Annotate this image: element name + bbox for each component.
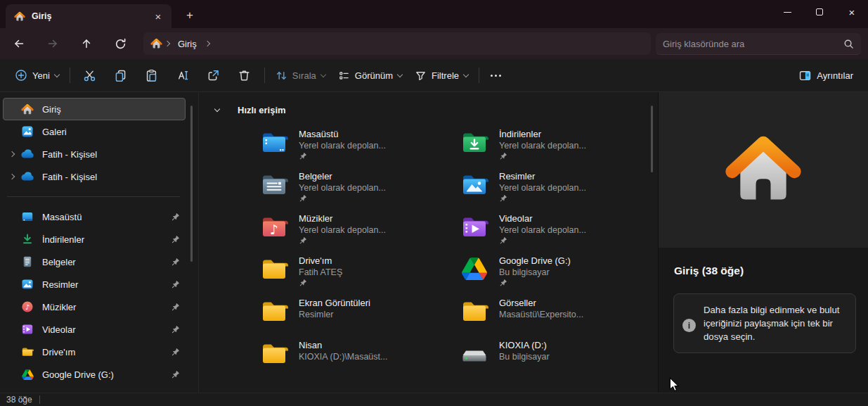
more-options-button[interactable] [484, 75, 508, 77]
copy-button[interactable] [105, 63, 136, 87]
sidebar-item-label: İndirilenler [42, 234, 168, 245]
details-preview [659, 92, 868, 248]
quick-access-grid: Masaüstü Yerel olarak depolan... İndiril… [260, 128, 661, 381]
forward-button[interactable] [42, 34, 63, 53]
refresh-button[interactable] [110, 34, 131, 53]
file-tile-google-drive[interactable]: Google Drive (G:) Bu bilgisayar [460, 255, 661, 297]
file-tile-nisan[interactable]: Nisan KIOXIA (D:)\Masaüst... [260, 339, 460, 381]
pin-icon [499, 194, 507, 203]
file-tile-downloads[interactable]: İndirilenler Yerel olarak depolan... [460, 128, 661, 170]
details-pane: Giriş (38 öğe) i Daha fazla bilgi edinme… [658, 92, 868, 393]
expand-chevron-icon[interactable] [4, 175, 20, 179]
rename-icon [176, 69, 189, 82]
details-pane-toggle[interactable]: Ayrıntılar [792, 63, 860, 87]
sidebar-item-music[interactable]: Müzikler [3, 296, 186, 318]
filter-button-label: Filtrele [432, 70, 459, 81]
navigation-pane: Giriş Galeri Fatih - Kişisel Fatih - Kiş… [0, 92, 199, 393]
view-button[interactable]: Görünüm [332, 63, 408, 87]
tab-close-icon[interactable]: × [150, 8, 166, 24]
minimize-button[interactable] [771, 0, 803, 24]
sidebar-item-label: Fatih - Kişisel [42, 172, 182, 182]
filter-icon [415, 70, 427, 82]
file-list-scrollbar[interactable] [651, 106, 653, 172]
details-toggle-label: Ayrıntılar [817, 70, 853, 81]
back-button[interactable] [8, 34, 30, 53]
home-icon-large [724, 134, 803, 206]
sidebar-item-videos[interactable]: Videolar [3, 318, 186, 341]
file-tile-pictures[interactable]: Resimler Yerel olarak depolan... [460, 170, 661, 212]
sort-button-label: Sırala [292, 70, 316, 81]
sidebar-item-google-drive[interactable]: Google Drive (G:) [3, 363, 186, 386]
sidebar-item-home[interactable]: Giriş [3, 98, 186, 120]
file-tile-screenshots[interactable]: Ekran Görüntüleri Resimler [260, 297, 460, 339]
filter-button[interactable]: Filtrele [408, 63, 474, 87]
expand-chevron-icon[interactable] [4, 152, 20, 156]
share-button[interactable] [198, 63, 229, 87]
search-icon[interactable] [843, 39, 854, 49]
delete-button[interactable] [229, 63, 260, 87]
plus-circle-icon [15, 69, 27, 82]
google-drive-icon [20, 367, 34, 381]
cut-button[interactable] [75, 63, 105, 87]
sidebar-item-downloads[interactable]: İndirilenler [3, 228, 186, 250]
sidebar-item-label: Resimler [42, 279, 168, 290]
new-button-label: Yeni [32, 70, 50, 81]
sidebar-item-label: Drive'ım [42, 347, 168, 357]
navigation-bar: Giriş [0, 28, 868, 59]
pin-icon [168, 303, 182, 312]
pin-icon [168, 235, 182, 244]
quick-access-header[interactable]: Hızlı erişim [215, 105, 286, 115]
details-info-text: Daha fazla bilgi edinmek ve bulut içeriğ… [704, 303, 847, 343]
sidebar-item-desktop[interactable]: Masaüstü [3, 205, 186, 228]
pin-icon [499, 279, 507, 287]
breadcrumb-chevron-icon[interactable] [204, 41, 209, 46]
new-tab-button[interactable]: + [180, 6, 200, 25]
breadcrumb-item[interactable]: Giriş [172, 39, 202, 49]
documents-folder-icon [260, 170, 288, 198]
sidebar-item-documents[interactable]: Belgeler [3, 250, 186, 273]
address-bar[interactable]: Giriş [143, 32, 651, 55]
file-tile-my-drive[interactable]: Drive'ım Fatih ATEŞ [260, 255, 460, 297]
file-tile-videos[interactable]: Videolar Yerel olarak depolan... [460, 212, 661, 255]
sidebar-item-pictures[interactable]: Resimler [3, 273, 186, 296]
search-box[interactable] [656, 33, 861, 55]
google-drive-icon [460, 255, 488, 283]
pin-icon [168, 370, 182, 379]
sidebar-item-onedrive-2[interactable]: Fatih - Kişisel [3, 165, 186, 188]
tab-title: Giriş [32, 11, 150, 21]
file-tile-gorseller[interactable]: Görseller Masaüstü\Expersito... [460, 297, 661, 339]
explorer-tab[interactable]: Giriş × [6, 4, 171, 28]
videos-folder-icon [460, 212, 488, 241]
file-tile-desktop[interactable]: Masaüstü Yerel olarak depolan... [260, 128, 460, 170]
file-tile-kioxia[interactable]: KIOXIA (D:) Bu bilgisayar [460, 339, 661, 381]
sidebar-item-label: Giriş [42, 104, 182, 115]
music-icon [20, 300, 34, 314]
sidebar-item-my-drive[interactable]: Drive'ım [3, 341, 186, 363]
file-tile-music[interactable]: Müzikler Yerel olarak depolan... [260, 212, 460, 255]
pin-icon [168, 280, 182, 289]
paste-button[interactable] [136, 63, 167, 87]
onedrive-cloud-icon [20, 147, 34, 161]
close-button[interactable]: × [836, 0, 868, 24]
up-button[interactable] [76, 34, 97, 53]
sidebar-scrollbar[interactable] [190, 106, 193, 262]
folder-icon [460, 297, 488, 325]
sidebar-item-gallery[interactable]: Galeri [3, 120, 186, 143]
sidebar-divider [7, 196, 180, 197]
command-bar: Yeni [0, 59, 868, 92]
rename-button[interactable] [167, 63, 198, 87]
new-button[interactable]: Yeni [8, 63, 65, 87]
desktop-icon [20, 210, 34, 224]
view-icon [338, 70, 350, 82]
search-input[interactable] [663, 39, 843, 49]
pin-icon [299, 152, 307, 160]
sidebar-item-onedrive-1[interactable]: Fatih - Kişisel [3, 143, 186, 165]
collapse-chevron-icon[interactable] [214, 106, 220, 112]
maximize-button[interactable] [803, 0, 836, 24]
sort-button[interactable]: Sırala [269, 63, 332, 87]
pin-icon [499, 152, 507, 160]
pictures-icon [20, 277, 34, 291]
file-tile-documents[interactable]: Belgeler Yerel olarak depolan... [260, 170, 460, 212]
chevron-down-icon [54, 71, 60, 77]
pictures-folder-icon [460, 170, 488, 198]
